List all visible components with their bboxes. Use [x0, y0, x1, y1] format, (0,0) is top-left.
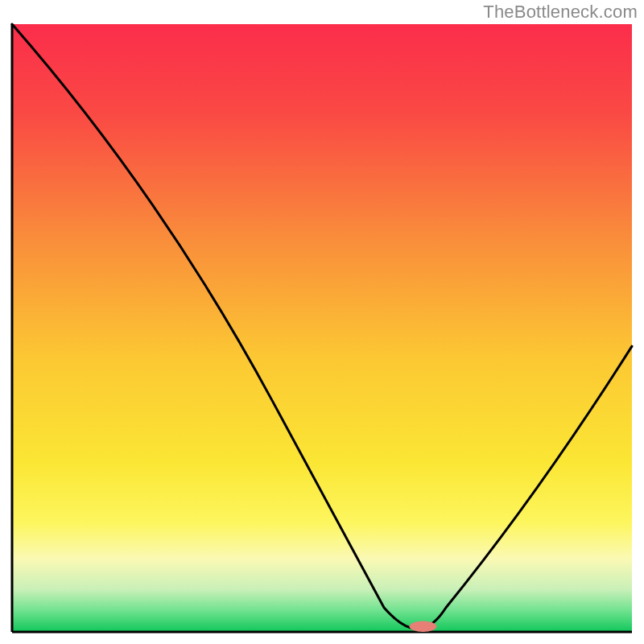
optimal-point-marker [410, 621, 437, 632]
bottleneck-chart [0, 0, 644, 644]
chart-background-gradient [12, 24, 632, 632]
chart-container: TheBottleneck.com [0, 0, 644, 644]
watermark-text: TheBottleneck.com [483, 2, 638, 23]
